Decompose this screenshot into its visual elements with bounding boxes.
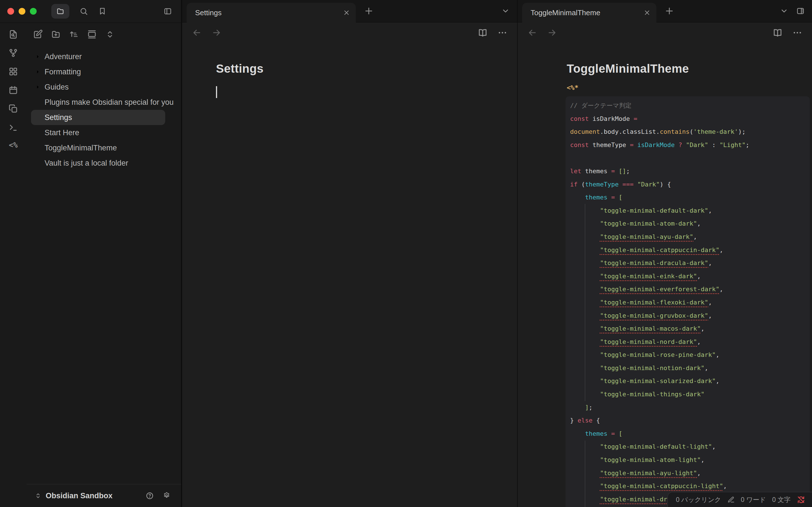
tabbar-settings: Settings bbox=[182, 0, 517, 22]
sync-disabled-icon[interactable] bbox=[797, 496, 805, 504]
edit-mode-icon[interactable] bbox=[727, 496, 735, 503]
char-count[interactable]: 0 文字 bbox=[772, 496, 791, 504]
code-token bbox=[570, 194, 585, 201]
code-token: "toggle-minimal-gruvbox-dark" bbox=[600, 312, 708, 319]
code-line: "toggle-minimal-catppuccin-light", bbox=[570, 480, 810, 493]
gallery-vertical-icon[interactable] bbox=[87, 29, 97, 40]
close-window-button[interactable] bbox=[7, 8, 14, 15]
code-line: "toggle-minimal-everforest-dark", bbox=[570, 283, 810, 296]
code-token: themeType bbox=[585, 181, 622, 188]
tab-settings[interactable]: Settings bbox=[187, 3, 356, 22]
calendar-icon[interactable] bbox=[8, 85, 18, 95]
code-token: = bbox=[611, 194, 619, 201]
file-item-formatting[interactable]: Formatting bbox=[31, 64, 165, 79]
file-item-label: ToggleMinimalTheme bbox=[45, 144, 117, 152]
file-search-icon[interactable] bbox=[8, 29, 18, 40]
code-token: , bbox=[712, 443, 716, 450]
view-header-settings bbox=[182, 22, 517, 43]
code-token: isDarkMode bbox=[592, 115, 633, 122]
file-item-settings[interactable]: Settings bbox=[31, 110, 165, 125]
code-line: "toggle-minimal-notion-dark", bbox=[570, 362, 810, 375]
code-token: if bbox=[570, 181, 581, 188]
terminal-icon[interactable] bbox=[8, 122, 18, 132]
new-tab-button[interactable] bbox=[664, 6, 674, 16]
close-tab-icon[interactable] bbox=[343, 9, 350, 16]
code-token: "toggle-minimal-nord-dark" bbox=[600, 338, 697, 345]
file-item-vault-is-just-a-local-folder[interactable]: Vault is just a local folder bbox=[31, 156, 165, 171]
chevrons-up-down-icon[interactable] bbox=[105, 29, 115, 40]
sort-asc-icon[interactable] bbox=[69, 29, 79, 40]
file-item-guides[interactable]: Guides bbox=[31, 79, 165, 95]
close-tab-icon[interactable] bbox=[644, 9, 651, 16]
tabbar-code: ToggleMinimalTheme bbox=[518, 0, 812, 22]
expand-right-sidebar-icon[interactable] bbox=[796, 7, 805, 15]
vault-switcher[interactable]: Obsidian Sandbox bbox=[27, 484, 181, 507]
code-token: "toggle-minimal-everforest-dark" bbox=[600, 286, 719, 293]
code-token: , bbox=[693, 233, 697, 240]
code-block[interactable]: // ダークテーマ判定const isDarkMode =document.bo… bbox=[566, 96, 810, 507]
code-token: themeType bbox=[592, 142, 629, 149]
code-token: const bbox=[570, 142, 592, 149]
code-token: document bbox=[570, 128, 600, 135]
collapse-left-sidebar-icon[interactable] bbox=[163, 7, 172, 15]
code-token: let bbox=[570, 168, 585, 175]
code-token: "toggle-minimal-ayu-dark" bbox=[600, 233, 693, 240]
code-token: ( bbox=[581, 181, 585, 188]
templater-icon[interactable]: <% bbox=[9, 141, 17, 149]
note-title: Settings bbox=[216, 62, 517, 75]
square-pen-icon[interactable] bbox=[33, 29, 43, 40]
file-item-plugins-make-obsidian-special-for-you[interactable]: Plugins make Obsidian special for you bbox=[31, 95, 165, 110]
more-options-icon[interactable] bbox=[497, 27, 507, 38]
files-view-button[interactable] bbox=[51, 4, 69, 18]
zoom-window-button[interactable] bbox=[30, 8, 37, 15]
obsidian-window: <% AdventurerFormattingGuidesPlugins mak… bbox=[0, 0, 812, 507]
navigate-forward-icon[interactable] bbox=[211, 27, 221, 38]
search-icon[interactable] bbox=[80, 7, 88, 15]
reading-mode-icon[interactable] bbox=[477, 27, 488, 38]
code-token: [ bbox=[619, 194, 622, 201]
vault-chooser-icon[interactable] bbox=[35, 492, 42, 499]
file-explorer: AdventurerFormattingGuidesPlugins make O… bbox=[27, 23, 181, 507]
settings-gear-icon[interactable] bbox=[162, 492, 171, 500]
layout-grid-icon[interactable] bbox=[8, 66, 18, 76]
new-tab-button[interactable] bbox=[364, 6, 374, 16]
code-token: ; bbox=[589, 404, 592, 411]
code-line: let themes = []; bbox=[570, 165, 810, 178]
chevron-right-icon bbox=[35, 68, 45, 75]
tab-list-chevron-icon[interactable] bbox=[780, 7, 788, 15]
file-item-adventurer[interactable]: Adventurer bbox=[31, 49, 165, 64]
code-token: "toggle-minimal-flexoki-dark" bbox=[600, 299, 708, 306]
tab-list-chevron-icon[interactable] bbox=[501, 7, 510, 15]
bookmarks-icon[interactable] bbox=[98, 7, 107, 15]
code-line: const themeType = isDarkMode ? "Dark" : … bbox=[570, 138, 810, 152]
file-item-toggleminimaltheme[interactable]: ToggleMinimalTheme bbox=[31, 140, 165, 156]
code-token: // ダークテーマ判定 bbox=[570, 102, 631, 109]
more-options-icon[interactable] bbox=[792, 27, 802, 38]
reading-mode-icon[interactable] bbox=[772, 27, 783, 38]
navigate-forward-icon[interactable] bbox=[547, 27, 557, 38]
code-token: , bbox=[716, 351, 719, 358]
code-token: "toggle-minimal-default-light" bbox=[600, 443, 712, 450]
note-content-settings[interactable]: Settings bbox=[182, 62, 517, 98]
minimize-window-button[interactable] bbox=[18, 8, 26, 15]
backlink-count[interactable]: 0 バックリンク bbox=[676, 496, 721, 504]
file-item-start-here[interactable]: Start Here bbox=[31, 125, 165, 140]
code-line: "toggle-minimal-catppuccin-dark", bbox=[570, 244, 810, 257]
status-bar: 0 バックリンク 0 ワード 0 文字 bbox=[667, 492, 812, 507]
note-content-code[interactable]: ToggleMinimalTheme <%* bbox=[518, 62, 812, 91]
indent-guide bbox=[585, 441, 585, 507]
git-fork-icon[interactable] bbox=[8, 48, 18, 58]
file-explorer-toolbar bbox=[27, 23, 181, 46]
code-line: themes = [ bbox=[570, 191, 810, 204]
file-item-label: Plugins make Obsidian special for you bbox=[45, 98, 174, 107]
tab-toggleminimaltheme[interactable]: ToggleMinimalTheme bbox=[522, 3, 656, 22]
navigate-back-icon[interactable] bbox=[192, 27, 202, 38]
folder-plus-icon[interactable] bbox=[51, 29, 61, 40]
copy-icon[interactable] bbox=[8, 104, 18, 114]
code-token: ] bbox=[585, 404, 589, 411]
navigate-back-icon[interactable] bbox=[527, 27, 538, 38]
help-icon[interactable] bbox=[146, 492, 154, 500]
tab-settings-label: Settings bbox=[195, 8, 221, 17]
word-count[interactable]: 0 ワード bbox=[741, 496, 766, 504]
code-token: "toggle-minimal-dracula-dark" bbox=[600, 260, 708, 267]
